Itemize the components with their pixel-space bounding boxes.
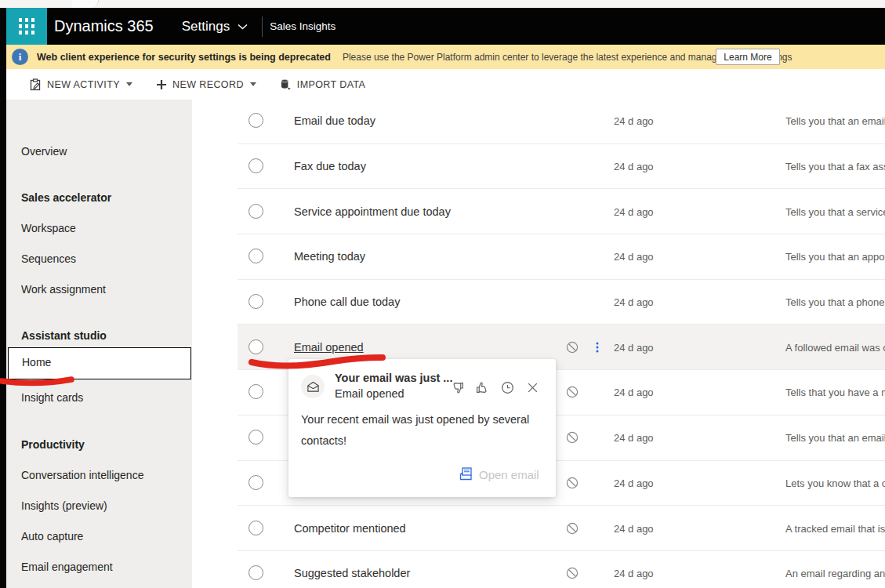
row-description: Tells you that an email a <box>785 115 885 127</box>
row-description: Tells you that a phone c <box>785 296 885 308</box>
snooze-clock-icon[interactable] <box>501 381 514 394</box>
row-timestamp: 24 d ago <box>614 296 654 308</box>
kebab-menu-icon[interactable] <box>596 342 599 353</box>
row-timestamp: 24 d ago <box>614 387 654 398</box>
banner-title: Web client experience for security setti… <box>37 52 331 63</box>
row-title[interactable]: Meeting today <box>294 250 365 263</box>
insight-card-list: Email due today 24 d ago Tells you that … <box>238 99 885 588</box>
screen: Dynamics 365 Settings Sales Insights i W… <box>0 0 885 588</box>
row-timestamp: 24 d ago <box>614 161 654 172</box>
avatar <box>301 375 325 398</box>
row-description: Tells you that an email a <box>785 432 885 444</box>
row-radio[interactable] <box>248 521 263 535</box>
sidebar-item-auto-capture[interactable]: Auto capture <box>21 528 83 544</box>
browser-edge-strip <box>0 0 885 8</box>
row-radio[interactable] <box>248 565 263 580</box>
row-description: An email regarding an o <box>785 568 885 579</box>
sidebar-header-sales-accelerator: Sales accelerator <box>21 190 111 205</box>
blocked-icon <box>566 431 579 444</box>
waffle-icon <box>19 18 35 34</box>
blocked-icon <box>566 386 579 398</box>
row-radio[interactable] <box>248 158 263 173</box>
sidebar-item-email-engagement[interactable]: Email engagement <box>21 559 113 575</box>
table-row[interactable]: Service appointment due today 24 d ago T… <box>238 189 885 234</box>
popup-title: Your email was just ... <box>335 372 452 384</box>
table-row[interactable]: Email due today 24 d ago Tells you that … <box>238 99 885 144</box>
new-record-command[interactable]: NEW RECORD <box>156 79 256 90</box>
row-radio[interactable] <box>248 113 263 128</box>
open-email-icon <box>459 467 473 481</box>
popup-subtitle: Email opened <box>335 387 404 400</box>
chevron-down-icon <box>250 82 256 86</box>
sidebar-item-insights-preview[interactable]: Insights (preview) <box>21 498 107 514</box>
row-title[interactable]: Service appointment due today <box>294 205 451 218</box>
row-radio[interactable] <box>248 384 263 399</box>
row-description: Tells you that an appoin <box>785 251 885 263</box>
row-radio[interactable] <box>248 249 263 263</box>
row-radio[interactable] <box>248 339 263 354</box>
table-row[interactable]: Fax due today 24 d ago Tells you that a … <box>238 144 885 190</box>
sidebar-item-home-label: Home <box>22 356 51 368</box>
blocked-icon <box>566 522 579 535</box>
row-title[interactable]: Phone call due today <box>294 296 400 308</box>
sidebar-item-insight-cards[interactable]: Insight cards <box>21 390 83 405</box>
popup-body: Your recent email was just opened by sev… <box>301 409 549 452</box>
open-email-button[interactable]: Open email <box>479 468 539 481</box>
row-title[interactable]: Email due today <box>294 114 375 127</box>
row-timestamp: 24 d ago <box>614 477 654 488</box>
row-description: Tells that you have a me <box>785 387 885 398</box>
sidebar-item-home[interactable]: Home <box>8 347 191 379</box>
row-title[interactable]: Fax due today <box>294 160 366 172</box>
row-radio[interactable] <box>248 294 263 309</box>
blocked-icon <box>566 567 579 579</box>
sidebar-item-workspace[interactable]: Workspace <box>21 220 76 236</box>
table-row[interactable]: Competitor mentioned 24 d ago A tracked … <box>238 506 885 551</box>
sidebar-item-conversation-intelligence[interactable]: Conversation intelligence <box>21 467 143 483</box>
import-data-command[interactable]: IMPORT DATA <box>280 78 366 91</box>
row-timestamp: 24 d ago <box>614 115 654 127</box>
row-radio[interactable] <box>248 430 263 445</box>
row-title-link[interactable]: Email opened <box>294 341 364 354</box>
info-icon: i <box>12 49 28 65</box>
area-switcher[interactable]: Settings <box>182 19 230 34</box>
open-envelope-icon <box>306 381 320 393</box>
row-timestamp: 24 d ago <box>614 341 654 353</box>
row-description: A followed email was op <box>785 341 885 353</box>
sidebar-item-work-assignment[interactable]: Work assignment <box>21 281 106 297</box>
table-row[interactable]: Meeting today 24 d ago Tells you that an… <box>238 234 885 280</box>
row-radio[interactable] <box>248 204 263 219</box>
close-icon[interactable] <box>526 381 539 394</box>
app-launcher-button[interactable] <box>6 8 47 45</box>
thumbs-up-icon[interactable] <box>476 381 489 394</box>
sidebar-header-productivity: Productivity <box>21 437 85 452</box>
row-description: Lets you know that a op <box>785 477 885 488</box>
row-description: A tracked email that is s <box>785 522 885 534</box>
thumbs-down-icon[interactable] <box>451 381 464 394</box>
learn-more-button[interactable]: Learn More <box>716 49 780 65</box>
sidebar-header-assistant-studio: Assistant studio <box>21 328 107 343</box>
table-row[interactable]: Suggested stakeholder 24 d ago An email … <box>238 551 885 588</box>
row-timestamp: 24 d ago <box>614 568 654 579</box>
row-title[interactable]: Competitor mentioned <box>294 522 406 535</box>
row-radio[interactable] <box>248 475 263 490</box>
row-timestamp: 24 d ago <box>614 522 654 534</box>
row-timestamp: 24 d ago <box>614 205 654 217</box>
table-row[interactable]: Phone call due today 24 d ago Tells you … <box>238 280 885 325</box>
deprecation-banner: i Web client experience for security set… <box>6 45 885 69</box>
sidebar: Overview Sales accelerator Workspace Seq… <box>6 100 192 588</box>
row-description: Tells you that a fax assig <box>785 161 885 172</box>
brand-title: Dynamics 365 <box>54 17 154 35</box>
sidebar-item-overview[interactable]: Overview <box>21 143 67 159</box>
row-timestamp: 24 d ago <box>614 251 654 263</box>
clipboard-pencil-icon <box>30 78 42 91</box>
new-activity-command[interactable]: NEW ACTIVITY <box>30 78 132 91</box>
row-title[interactable]: Suggested stakeholder <box>294 567 410 579</box>
row-description: Tells you that a service a <box>785 205 885 217</box>
plus-icon <box>156 79 167 90</box>
sidebar-item-sequences[interactable]: Sequences <box>21 251 76 267</box>
chevron-down-icon[interactable] <box>238 24 248 30</box>
header-divider <box>262 16 263 37</box>
insight-card-preview: Your email was just ... Email opened You… <box>288 359 556 497</box>
new-activity-label: NEW ACTIVITY <box>47 79 120 90</box>
row-timestamp: 24 d ago <box>614 432 654 444</box>
